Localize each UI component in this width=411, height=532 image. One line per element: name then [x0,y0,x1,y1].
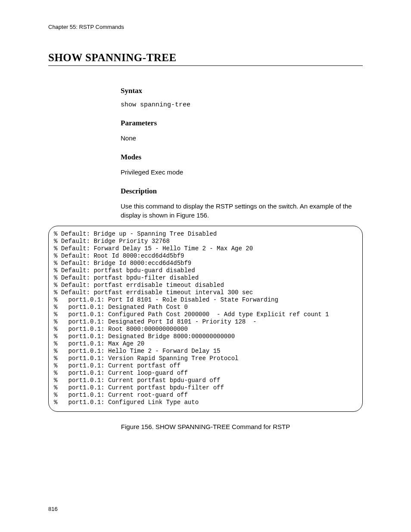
modes-heading: Modes [121,153,363,162]
parameters-body: None [121,134,363,143]
parameters-heading: Parameters [121,119,363,128]
modes-body: Privileged Exec mode [121,168,363,177]
page-title: SHOW SPANNING-TREE [48,52,363,66]
description-heading: Description [121,187,363,196]
terminal-output-box: % Default: Bridge up - Spanning Tree Dis… [48,226,363,412]
description-body: Use this command to display the RSTP set… [121,202,363,220]
syntax-heading: Syntax [121,87,363,95]
content-column: Syntax show spanning-tree Parameters Non… [121,87,363,220]
document-page: Chapter 55: RSTP Commands SHOW SPANNING-… [0,0,411,532]
page-number: 816 [48,506,58,512]
syntax-body: show spanning-tree [121,101,363,109]
chapter-header: Chapter 55: RSTP Commands [48,24,363,30]
figure-caption: Figure 156. SHOW SPANNING-TREE Command f… [48,423,363,430]
